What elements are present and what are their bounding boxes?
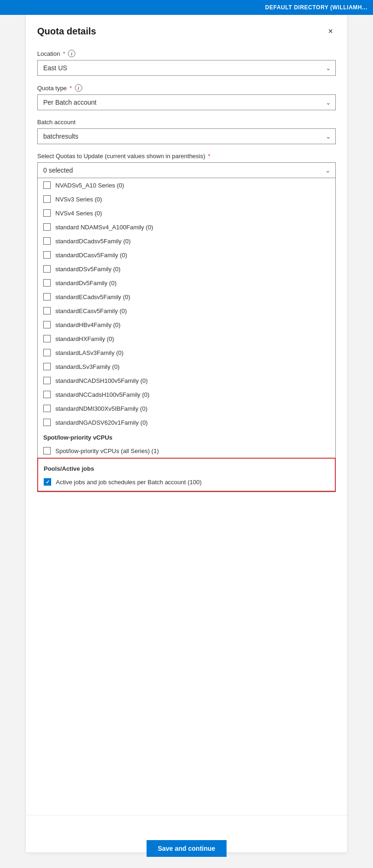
checkbox-label: standardLASv3Family (0) [55, 349, 124, 356]
checkbox-item[interactable]: standardHBv4Family (0) [38, 318, 335, 332]
checkbox-label: standardNGADSV620v1Family (0) [55, 419, 148, 426]
bottom-bar: Save and continue [26, 815, 347, 852]
checkbox-item[interactable]: standard NDAMSv4_A100Family (0) [38, 220, 335, 234]
quota-type-select[interactable]: Per Batch account [37, 94, 336, 110]
pools-section-highlight: Pools/Active jobs Active jobs and job sc… [37, 458, 336, 492]
select-quotas-label-text: Select Quotas to Update (current values … [37, 153, 205, 160]
quota-type-info-icon[interactable]: i [75, 84, 82, 92]
spot-checkbox-label: Spot/low-priority vCPUs (all Series) (1) [55, 447, 159, 454]
quota-type-select-wrapper: Per Batch account ⌄ [37, 94, 336, 110]
select-quotas-label: Select Quotas to Update (current values … [37, 153, 336, 160]
checkbox-label: standardECadsv5Family (0) [55, 294, 130, 300]
checkbox-item[interactable]: standardECasv5Family (0) [38, 304, 335, 318]
checkbox-item[interactable]: standardNCADSH100v5Family (0) [38, 374, 335, 387]
location-info-icon[interactable]: i [68, 50, 75, 57]
checkbox-item[interactable]: NVSv4 Series (0) [38, 206, 335, 220]
quota-type-group: Quota type * i Per Batch account ⌄ [37, 84, 336, 110]
checkbox-item[interactable]: NVADSv5_A10 Series (0) [38, 178, 335, 192]
checkbox-box[interactable] [43, 321, 51, 328]
checkbox-item[interactable]: standardDv5Family (0) [38, 276, 335, 290]
checkbox-item[interactable]: standardNGADSV620v1Family (0) [38, 415, 335, 429]
checkbox-item[interactable]: standardLSv3Family (0) [38, 360, 335, 374]
checkbox-box[interactable] [43, 181, 51, 189]
checkbox-box[interactable] [43, 265, 51, 273]
checkbox-label: standardECasv5Family (0) [55, 307, 127, 314]
checkbox-item[interactable]: standardDCasv5Family (0) [38, 248, 335, 262]
checkbox-box[interactable] [43, 391, 51, 398]
location-label: Location * i [37, 50, 336, 57]
pools-section-header: Pools/Active jobs [38, 461, 335, 475]
checkbox-label: standardHBv4Family (0) [55, 321, 120, 328]
spot-checkbox-box[interactable] [43, 447, 51, 454]
checkbox-item[interactable]: standardNDMI300Xv5IBFamily (0) [38, 401, 335, 415]
checkbox-box[interactable] [43, 377, 51, 384]
checkbox-box[interactable] [43, 307, 51, 314]
panel-header: Quota details × [37, 26, 336, 37]
checkbox-label: standardNCADSH100v5Family (0) [55, 377, 148, 384]
checkbox-item[interactable]: standardNCCadsH100v5Family (0) [38, 387, 335, 401]
checkbox-box[interactable] [43, 405, 51, 412]
location-group: Location * i East US ⌄ [37, 50, 336, 76]
checkbox-box[interactable] [43, 293, 51, 300]
spot-items-container: Spot/low-priority vCPUs (all Series) (1) [38, 444, 335, 458]
spot-section-header: Spot/low-priority vCPUs [38, 429, 335, 444]
pools-checkbox-label: Active jobs and job schedules per Batch … [56, 479, 202, 486]
checkbox-item[interactable]: standardLASv3Family (0) [38, 346, 335, 360]
checkbox-box[interactable] [43, 251, 51, 259]
checkbox-item[interactable]: NVSv3 Series (0) [38, 192, 335, 206]
checkbox-label: standardNCCadsH100v5Family (0) [55, 391, 149, 398]
checkbox-label: standardDCasv5Family (0) [55, 252, 127, 259]
location-required: * [63, 50, 65, 57]
location-select[interactable]: East US [37, 60, 336, 76]
checkbox-box[interactable] [43, 223, 51, 231]
location-label-text: Location [37, 50, 60, 57]
quota-type-label: Quota type * i [37, 84, 336, 92]
batch-account-label-text: Batch account [37, 119, 75, 126]
page-title: Quota details [37, 26, 96, 37]
select-quotas-group: Select Quotas to Update (current values … [37, 153, 336, 492]
pools-section-inner: Pools/Active jobs Active jobs and job sc… [38, 459, 335, 491]
top-bar-text: DEFAULT DIRECTORY (WILLIAMH... [265, 4, 367, 11]
checkbox-label: standardLSv3Family (0) [55, 363, 120, 370]
checkbox-item[interactable]: standardHXFamily (0) [38, 332, 335, 346]
spot-checkbox-item[interactable]: Spot/low-priority vCPUs (all Series) (1) [38, 444, 335, 458]
batch-account-group: Batch account batchresults ⌄ [37, 119, 336, 144]
checkbox-label: NVADSv5_A10 Series (0) [55, 182, 124, 189]
checkbox-box[interactable] [43, 279, 51, 287]
batch-account-label: Batch account [37, 119, 336, 126]
checkbox-label: NVSv4 Series (0) [55, 210, 102, 217]
batch-account-select[interactable]: batchresults [37, 128, 336, 144]
checkbox-label: standard NDAMSv4_A100Family (0) [55, 224, 153, 231]
pools-checkbox-item[interactable]: Active jobs and job schedules per Batch … [38, 475, 335, 489]
save-continue-button[interactable]: Save and continue [147, 840, 226, 857]
close-button[interactable]: × [325, 26, 336, 36]
quota-type-required: * [70, 85, 72, 92]
checkbox-box[interactable] [43, 363, 51, 370]
select-quotas-dropdown[interactable]: 0 selected ⌄ [37, 162, 336, 178]
checkbox-item[interactable]: standardDCadsv5Family (0) [38, 234, 335, 248]
checkbox-box[interactable] [43, 209, 51, 217]
checkbox-item[interactable]: standardDSv5Family (0) [38, 262, 335, 276]
select-quotas-chevron-icon: ⌄ [325, 167, 331, 174]
checkbox-label: standardDSv5Family (0) [55, 266, 120, 273]
checkbox-label: standardHXFamily (0) [55, 335, 114, 342]
checkbox-item[interactable]: standardECadsv5Family (0) [38, 290, 335, 304]
quota-panel: Quota details × Location * i East US ⌄ Q… [26, 15, 347, 852]
pools-items-container: Active jobs and job schedules per Batch … [38, 475, 335, 489]
checkbox-label: standardDCadsv5Family (0) [55, 238, 131, 245]
batch-account-select-wrapper: batchresults ⌄ [37, 128, 336, 144]
quota-type-label-text: Quota type [37, 85, 67, 92]
checkbox-box[interactable] [43, 419, 51, 426]
checkbox-label: standardNDMI300Xv5IBFamily (0) [55, 405, 147, 412]
checkbox-box[interactable] [43, 195, 51, 203]
top-bar: DEFAULT DIRECTORY (WILLIAMH... [0, 0, 373, 15]
pools-checkbox-box[interactable] [44, 478, 51, 486]
checkbox-box[interactable] [43, 237, 51, 245]
checkbox-box[interactable] [43, 349, 51, 356]
checkbox-label: NVSv3 Series (0) [55, 196, 102, 203]
checkbox-label: standardDv5Family (0) [55, 280, 117, 287]
checkbox-list: NVADSv5_A10 Series (0)NVSv3 Series (0)NV… [37, 178, 336, 492]
location-select-wrapper: East US ⌄ [37, 60, 336, 76]
checkbox-box[interactable] [43, 335, 51, 342]
checkbox-items-container: NVADSv5_A10 Series (0)NVSv3 Series (0)NV… [38, 178, 335, 429]
